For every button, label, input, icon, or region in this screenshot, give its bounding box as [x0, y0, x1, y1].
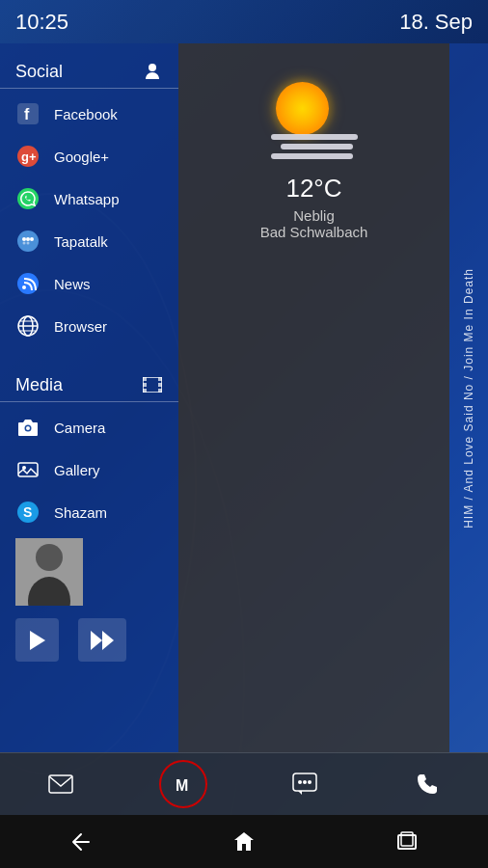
sidebar: Social f Facebook	[0, 43, 178, 752]
cloud-strips	[266, 134, 363, 159]
browser-icon	[15, 313, 41, 339]
person-icon	[142, 61, 163, 82]
facebook-icon: f	[15, 101, 41, 126]
svg-point-11	[27, 242, 30, 245]
social-section-header: Social	[0, 53, 178, 89]
weather-panel: 12°C Neblig Bad Schwalbach	[178, 43, 449, 752]
svg-marker-36	[91, 631, 102, 650]
back-button[interactable]	[57, 823, 105, 861]
weather-description: Neblig	[293, 207, 335, 224]
skip-next-button[interactable]	[78, 618, 126, 662]
play-button[interactable]	[15, 618, 59, 662]
camera-icon	[15, 415, 41, 440]
svg-point-8	[26, 237, 30, 241]
gallery-label: Gallery	[54, 462, 100, 478]
news-icon	[15, 271, 41, 296]
camera-label: Camera	[54, 420, 105, 436]
sidebar-item-googleplus[interactable]: g+ Google+	[0, 135, 178, 177]
svg-marker-37	[102, 631, 114, 650]
sidebar-item-tapatalk[interactable]: Tapatalk	[0, 220, 178, 262]
sidebar-item-gallery[interactable]: Gallery	[0, 448, 178, 491]
dock-messenger-button[interactable]	[281, 760, 329, 808]
svg-rect-28	[18, 463, 38, 476]
facebook-label: Facebook	[54, 106, 118, 122]
weather-location: Bad Schwalbach	[260, 224, 368, 240]
svg-point-10	[23, 242, 26, 245]
album-person-image	[15, 538, 83, 606]
tapatalk-label: Tapatalk	[54, 233, 108, 250]
svg-point-41	[298, 780, 302, 784]
whatsapp-icon	[15, 186, 41, 211]
shazam-icon: S	[15, 500, 41, 525]
svg-rect-22	[143, 389, 147, 393]
svg-text:g+: g+	[21, 149, 37, 164]
album-art	[15, 538, 83, 606]
temperature-display: 12°C	[285, 174, 341, 203]
status-bar: 10:25 18. Sep	[0, 0, 488, 43]
sidebar-item-facebook[interactable]: f Facebook	[0, 93, 178, 135]
vertical-text: HIM / And Love Said No / Join Me In Deat…	[462, 268, 475, 529]
news-label: News	[54, 276, 91, 292]
svg-point-13	[22, 285, 26, 289]
content-area: Social f Facebook	[0, 43, 488, 752]
sidebar-item-camera[interactable]: Camera	[0, 406, 178, 448]
svg-point-27	[26, 426, 30, 430]
cloud-strip-2	[281, 144, 353, 149]
svg-rect-21	[143, 383, 147, 387]
nav-bar	[0, 815, 488, 868]
svg-rect-24	[158, 383, 162, 387]
gallery-icon	[15, 457, 41, 482]
svg-text:S: S	[23, 504, 32, 520]
shazam-label: Shazam	[54, 504, 107, 521]
right-text-panel: HIM / And Love Said No / Join Me In Deat…	[449, 43, 488, 752]
svg-rect-20	[143, 377, 147, 381]
home-button[interactable]	[220, 823, 268, 861]
main-container: 10:25 18. Sep Social	[0, 0, 488, 868]
bottom-dock: M	[0, 752, 488, 815]
recents-button[interactable]	[383, 823, 431, 861]
film-icon	[142, 374, 163, 395]
sidebar-item-news[interactable]: News	[0, 262, 178, 305]
svg-marker-35	[30, 631, 45, 650]
tapatalk-icon	[15, 229, 41, 254]
svg-point-42	[303, 780, 307, 784]
whatsapp-label: Whatsapp	[54, 191, 120, 207]
media-section-header: Media	[0, 366, 178, 402]
cloud-strip-3	[271, 153, 353, 159]
svg-point-9	[30, 237, 34, 241]
social-label: Social	[15, 62, 63, 82]
svg-point-0	[149, 64, 156, 71]
svg-rect-25	[158, 389, 162, 393]
dock-email-button[interactable]	[37, 760, 85, 808]
dock-gmail-button[interactable]: M	[159, 760, 207, 808]
weather-icon	[266, 82, 363, 159]
dock-phone-button[interactable]	[403, 760, 451, 808]
svg-text:f: f	[24, 106, 30, 122]
cloud-strip-1	[271, 134, 358, 140]
sidebar-item-shazam[interactable]: S Shazam	[0, 491, 178, 533]
sidebar-item-whatsapp[interactable]: Whatsapp	[0, 177, 178, 220]
browser-label: Browser	[54, 318, 107, 335]
googleplus-icon: g+	[15, 144, 41, 169]
status-date: 18. Sep	[399, 10, 473, 35]
media-label: Media	[15, 375, 63, 395]
googleplus-label: Google+	[54, 149, 109, 165]
svg-point-7	[22, 237, 26, 241]
media-controls	[0, 610, 178, 669]
svg-rect-23	[158, 377, 162, 381]
svg-rect-38	[49, 775, 72, 793]
status-time: 10:25	[15, 10, 68, 35]
sidebar-item-browser[interactable]: Browser	[0, 305, 178, 347]
svg-point-33	[36, 544, 63, 571]
sun-icon	[276, 82, 329, 135]
svg-point-43	[308, 780, 312, 784]
svg-text:M: M	[176, 777, 188, 794]
